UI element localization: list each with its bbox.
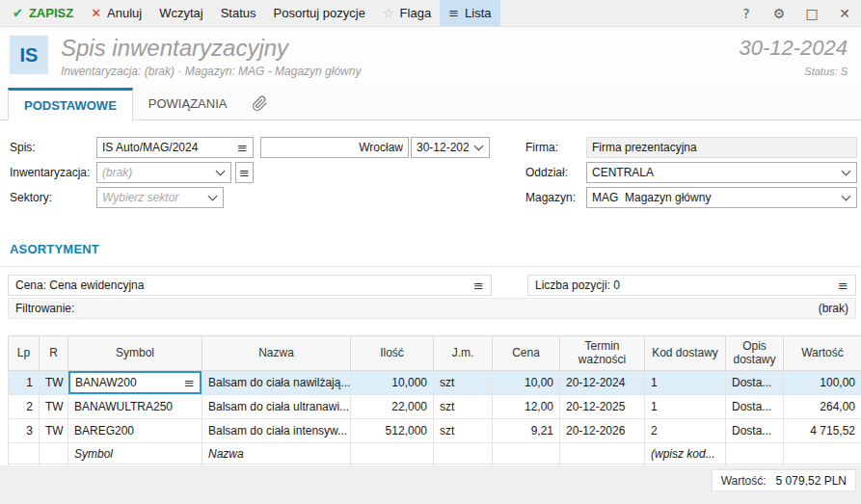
load-label: Wczytaj bbox=[159, 6, 203, 20]
sort-items-button[interactable]: Posortuj pozycje bbox=[265, 0, 374, 26]
liczba-pozycji-label: Liczba pozycji: 0 bbox=[535, 279, 620, 292]
cell-wartosc[interactable]: 100,00 bbox=[784, 371, 861, 395]
chevron-down-icon bbox=[474, 141, 484, 150]
help-icon: ? bbox=[742, 6, 749, 21]
x-icon: ✕ bbox=[91, 7, 101, 19]
attachments-button[interactable] bbox=[242, 88, 278, 119]
magazyn-select[interactable]: MAG Magazyn główny bbox=[586, 187, 857, 208]
flag-button[interactable]: ☆ Flaga bbox=[374, 0, 440, 26]
asortyment-heading: ASORTYMENT bbox=[10, 242, 861, 256]
inwentaryzacja-menu-button[interactable]: ≡ bbox=[235, 162, 254, 183]
symbol-new-input[interactable]: Symbol bbox=[68, 443, 202, 464]
date-select[interactable]: 30-12-2024 bbox=[411, 137, 490, 158]
settings-button[interactable]: ⚙ bbox=[763, 0, 795, 26]
table-header-row: Lp R Symbol Nazwa Ilość J.m. Cena Termin… bbox=[9, 336, 861, 371]
inwentaryzacja-select[interactable]: (brak) bbox=[96, 162, 231, 183]
save-button[interactable]: ✔ ZAPISZ bbox=[4, 0, 82, 26]
cell-cena[interactable]: 9,21 bbox=[493, 419, 560, 443]
cell-ilosc[interactable]: 512,000 bbox=[351, 419, 434, 443]
col-header-ilosc[interactable]: Ilość bbox=[351, 336, 434, 371]
status-button[interactable]: Status bbox=[212, 0, 265, 26]
help-button[interactable]: ? bbox=[730, 0, 763, 26]
cell-jm[interactable]: szt bbox=[434, 419, 493, 443]
cell-ilosc[interactable] bbox=[351, 443, 434, 464]
cell-termin[interactable]: 20-12-2026 bbox=[560, 419, 645, 443]
cell-cena[interactable] bbox=[493, 443, 560, 464]
col-header-opis[interactable]: Opis dostawy bbox=[726, 336, 784, 371]
inwentaryzacja-label: Inwentaryzacja: bbox=[10, 162, 90, 183]
cell-r[interactable]: TW bbox=[40, 395, 68, 419]
cell-symbol[interactable]: BAREG200 bbox=[68, 419, 202, 443]
cell-lp[interactable]: 1 bbox=[9, 371, 40, 395]
cell-kod[interactable]: 1 bbox=[645, 371, 726, 395]
cell-termin[interactable] bbox=[560, 443, 645, 464]
cell-symbol[interactable]: BANAW200 ≡ bbox=[68, 371, 202, 395]
nazwa-new-input[interactable]: Nazwa bbox=[202, 443, 351, 464]
cell-opis[interactable]: Dosta... bbox=[726, 371, 784, 395]
cell-nazwa[interactable]: Balsam do ciała ultranawi... bbox=[202, 395, 351, 419]
oddzial-select[interactable]: CENTRALA bbox=[586, 162, 857, 183]
table-row[interactable]: 3 TW BAREG200 Balsam do ciała intensyw..… bbox=[9, 419, 861, 443]
cell-opis[interactable]: Dosta... bbox=[726, 395, 784, 419]
cell-kod[interactable]: 1 bbox=[645, 395, 726, 419]
city-input[interactable]: Wrocław bbox=[260, 137, 409, 158]
table-new-row[interactable]: Symbol Nazwa (wpisz kod... bbox=[9, 443, 861, 464]
menu-icon[interactable]: ≡ bbox=[473, 279, 484, 293]
cell-lp[interactable]: 2 bbox=[9, 395, 40, 419]
cena-panel[interactable]: Cena: Cena ewidencyjna ≡ bbox=[8, 275, 492, 296]
close-button[interactable]: ✕ bbox=[828, 0, 861, 26]
cell-ilosc[interactable]: 10,000 bbox=[351, 371, 434, 395]
cell-lp[interactable]: 3 bbox=[9, 419, 40, 443]
cell-kod[interactable]: 2 bbox=[645, 419, 726, 443]
table-row[interactable]: 1 TW BANAW200 ≡ Balsam do ciała nawilżaj… bbox=[9, 371, 861, 395]
col-header-termin[interactable]: Termin ważności bbox=[560, 336, 645, 371]
cancel-button[interactable]: ✕ Anuluj bbox=[82, 0, 150, 26]
cell-symbol[interactable]: BANAWULTRA250 bbox=[68, 395, 202, 419]
col-header-kod[interactable]: Kod dostawy bbox=[645, 336, 726, 371]
cell-r[interactable] bbox=[40, 443, 68, 464]
cell-opis[interactable]: Dosta... bbox=[726, 419, 784, 443]
tab-podstawowe[interactable]: PODSTAWOWE bbox=[8, 88, 133, 120]
col-header-lp[interactable]: Lp bbox=[9, 336, 40, 371]
cell-ilosc[interactable]: 22,000 bbox=[351, 395, 434, 419]
cell-termin[interactable]: 20-12-2024 bbox=[560, 371, 645, 395]
cell-r[interactable]: TW bbox=[40, 371, 68, 395]
menu-icon[interactable]: ≡ bbox=[237, 141, 248, 155]
liczba-pozycji-panel[interactable]: Liczba pozycji: 0 ≡ bbox=[527, 275, 856, 296]
cell-cena[interactable]: 12,00 bbox=[493, 395, 560, 419]
cell-jm[interactable] bbox=[434, 443, 493, 464]
cell-termin[interactable]: 20-12-2025 bbox=[560, 395, 645, 419]
magazyn-label: Magazyn: bbox=[525, 187, 576, 208]
col-header-wartosc[interactable]: Wartość bbox=[784, 336, 861, 371]
menu-icon[interactable]: ≡ bbox=[184, 376, 195, 390]
cell-cena[interactable]: 10,00 bbox=[493, 371, 560, 395]
list-button[interactable]: ≡ Lista bbox=[440, 0, 499, 26]
summary-footer: Wartość: 5 079,52 PLN bbox=[0, 465, 861, 504]
cena-panel-label: Cena: Cena ewidencyjna bbox=[15, 279, 144, 292]
table-row[interactable]: 2 TW BANAWULTRA250 Balsam do ciała ultra… bbox=[9, 395, 861, 419]
cell-wartosc[interactable] bbox=[784, 443, 861, 464]
cell-jm[interactable]: szt bbox=[434, 395, 493, 419]
cell-r[interactable]: TW bbox=[40, 419, 68, 443]
kod-new-input[interactable]: (wpisz kod... bbox=[645, 443, 726, 464]
cell-opis[interactable] bbox=[726, 443, 784, 464]
load-button[interactable]: Wczytaj bbox=[150, 0, 212, 26]
sektory-select[interactable]: Wybierz sektor bbox=[96, 187, 224, 208]
filter-bar[interactable]: Filtrowanie: (brak) bbox=[8, 298, 856, 319]
cell-lp[interactable] bbox=[9, 443, 40, 464]
maximize-button[interactable]: □ bbox=[795, 0, 828, 26]
cell-jm[interactable]: szt bbox=[434, 371, 493, 395]
col-header-nazwa[interactable]: Nazwa bbox=[202, 336, 351, 371]
col-header-cena[interactable]: Cena bbox=[493, 336, 560, 371]
spis-input[interactable]: IS Auto/MAG/2024 ≡ bbox=[96, 137, 254, 158]
cell-nazwa[interactable]: Balsam do ciała nawilżają... bbox=[202, 371, 351, 395]
tab-powiazania[interactable]: POWIĄZANIA bbox=[133, 88, 243, 119]
cell-wartosc[interactable]: 264,00 bbox=[784, 395, 861, 419]
col-header-jm[interactable]: J.m. bbox=[434, 336, 493, 371]
cell-wartosc[interactable]: 4 715,52 bbox=[784, 419, 861, 443]
col-header-r[interactable]: R bbox=[40, 336, 68, 371]
col-header-symbol[interactable]: Symbol bbox=[68, 336, 202, 371]
cell-nazwa[interactable]: Balsam do ciała intensyw... bbox=[202, 419, 351, 443]
menu-icon[interactable]: ≡ bbox=[838, 279, 848, 293]
symbol-cell-editor[interactable]: BANAW200 ≡ bbox=[68, 371, 202, 394]
